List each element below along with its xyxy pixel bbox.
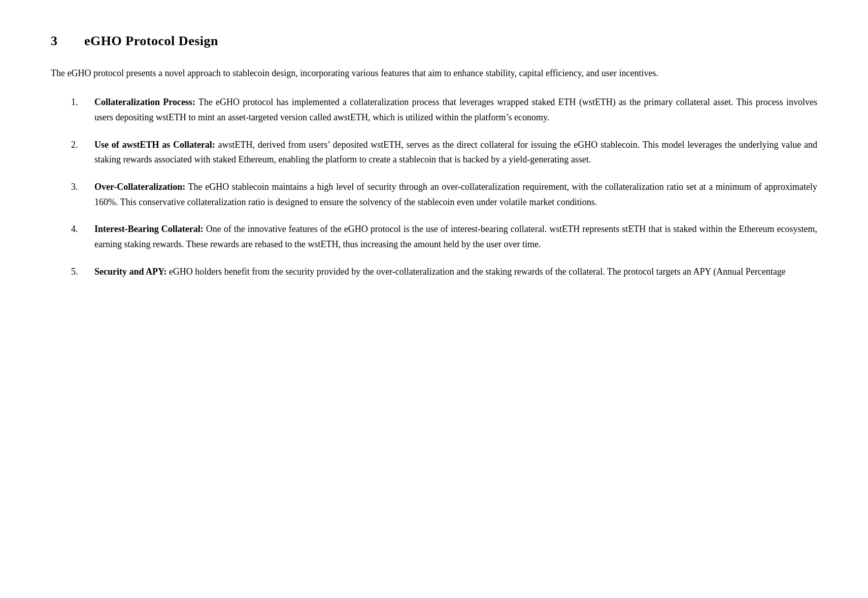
list-item-content: Over-Collateralization: The eGHO stablec… xyxy=(94,180,817,210)
list-item-number: 2. xyxy=(71,138,85,152)
intro-paragraph: The eGHO protocol presents a novel appro… xyxy=(51,66,817,81)
list-item: 4.Interest-Bearing Collateral: One of th… xyxy=(51,222,817,252)
list-item: 3.Over-Collateralization: The eGHO stabl… xyxy=(51,180,817,210)
list-item-number: 5. xyxy=(71,264,85,279)
section-container: 3 eGHO Protocol Design The eGHO protocol… xyxy=(51,30,817,279)
list-item-number: 3. xyxy=(71,180,85,194)
list-item-number: 1. xyxy=(71,95,85,110)
list-item-term: Interest-Bearing Collateral: xyxy=(94,224,204,234)
list-item: 5.Security and APY: eGHO holders benefit… xyxy=(51,264,817,280)
list-item-content: Use of awstETH as Collateral: awstETH, d… xyxy=(94,138,817,168)
list-item-term: Security and APY: xyxy=(94,267,166,277)
protocol-list: 1.Collateralization Process: The eGHO pr… xyxy=(51,95,817,279)
list-item-term: Use of awstETH as Collateral: xyxy=(94,140,215,150)
list-item-number: 4. xyxy=(71,222,85,237)
list-item-content: Collateralization Process: The eGHO prot… xyxy=(94,95,817,125)
section-heading: 3 eGHO Protocol Design xyxy=(51,30,817,52)
list-item-content: Interest-Bearing Collateral: One of the … xyxy=(94,222,817,252)
list-item-term: Over-Collateralization: xyxy=(94,182,185,192)
section-title: eGHO Protocol Design xyxy=(84,30,218,52)
list-item-term: Collateralization Process: xyxy=(94,97,195,107)
list-item-content: Security and APY: eGHO holders benefit f… xyxy=(94,264,817,280)
section-number: 3 xyxy=(51,30,69,52)
list-item: 1.Collateralization Process: The eGHO pr… xyxy=(51,95,817,125)
list-item: 2.Use of awstETH as Collateral: awstETH,… xyxy=(51,138,817,168)
